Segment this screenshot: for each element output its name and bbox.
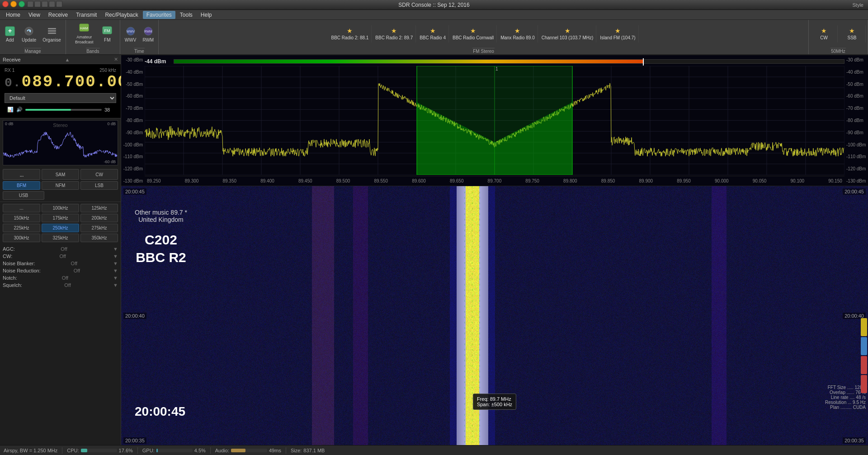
rtab-red2[interactable] <box>861 375 867 393</box>
fav-label-7: Island FM (104.7) <box>600 35 635 41</box>
extra-btn-1[interactable] <box>27 1 33 7</box>
menu-favourites[interactable]: Favourites <box>143 11 175 19</box>
receive-title: Receive <box>3 57 21 62</box>
right-tabs <box>860 317 868 394</box>
rtab-yellow[interactable] <box>861 318 867 336</box>
fav-ssb[interactable]: ★ SSB <box>839 25 866 42</box>
menu-recplayback[interactable]: Rec/Playback <box>101 11 142 19</box>
bw-section: ... 100kHz 125kHz 150kHz 175kHz 200kHz 2… <box>0 202 121 244</box>
receive-collapse-icon[interactable]: ▲ <box>65 57 70 62</box>
freq-90150: 90.150 <box>828 178 842 183</box>
svg-rect-4 <box>48 28 56 29</box>
freq-89450: 89.450 <box>298 178 312 183</box>
minimize-button[interactable] <box>10 1 17 7</box>
mode-lsb-btn[interactable]: LSB <box>80 181 118 190</box>
squelch-label: Squelch: <box>3 282 22 288</box>
rtab-red1[interactable] <box>861 356 867 374</box>
mode-cw-btn[interactable]: CW <box>80 169 118 180</box>
dbm-130-left: -130 dBm <box>121 178 145 183</box>
bw-225k-btn[interactable]: 225kHz <box>3 224 40 232</box>
menu-tools[interactable]: Tools <box>176 11 196 19</box>
bw-325k-btn[interactable]: 325kHz <box>42 234 79 242</box>
menu-receive[interactable]: Receive <box>45 11 71 19</box>
fav-label-2: BBC Radio 2: 89.7 <box>375 35 413 41</box>
nb-arrow[interactable]: ▼ <box>113 261 118 266</box>
bw-200k-btn[interactable]: 200kHz <box>80 214 118 222</box>
bands-section-title: Bands <box>86 48 99 54</box>
fav-cw[interactable]: ★ CW <box>811 25 838 42</box>
status-sep-4 <box>286 447 286 454</box>
menu-view[interactable]: View <box>25 11 44 19</box>
menu-transmit[interactable]: Transmit <box>72 11 100 19</box>
bw-250k-btn[interactable]: 250kHz <box>42 224 79 232</box>
toolbar-add-button[interactable]: + Add <box>2 24 18 44</box>
menu-home[interactable]: Home <box>2 11 24 19</box>
bw-350k-btn[interactable]: 350kHz <box>80 234 118 242</box>
extra-btn-5[interactable] <box>56 1 62 7</box>
notch-status: Notch: Off ▼ <box>3 275 118 281</box>
close-button[interactable] <box>2 1 9 7</box>
fav-ch103[interactable]: ★ Channel 103 (103.7 MHz) <box>539 25 597 42</box>
toolbar-wwv-button[interactable]: WWV WWV <box>122 24 139 44</box>
agc-arrow[interactable]: ▼ <box>113 246 118 252</box>
fav-bbc-r4[interactable]: ★ BBC Radio 4 <box>417 25 449 42</box>
toolbar-rwm-button[interactable]: RWM RWM <box>140 24 156 44</box>
cw-arrow[interactable]: ▼ <box>113 253 118 259</box>
extra-btn-3[interactable] <box>42 1 48 7</box>
profile-select[interactable]: Default <box>5 93 116 103</box>
mode-bfm-btn[interactable]: BFM <box>3 181 40 190</box>
mode-nfm-btn[interactable]: NFM <box>42 181 79 190</box>
bw-175k-btn[interactable]: 175kHz <box>42 214 79 222</box>
fav-bbc-cornwall[interactable]: ★ BBC Radio Cornwall <box>450 25 497 42</box>
fav-label-cw: CW <box>820 35 828 41</box>
bw-dots-btn[interactable]: ... <box>3 204 40 212</box>
bw-300k-btn[interactable]: 300kHz <box>3 234 40 242</box>
fav-island-fm[interactable]: ★ Island FM (104.7) <box>597 25 638 42</box>
dbm-110-left: -110 dBm <box>121 154 145 159</box>
waterfall-canvas[interactable] <box>121 186 868 455</box>
fav-bbc-r2-897[interactable]: ★ BBC Radio 2: 89.7 <box>373 25 416 42</box>
notch-arrow[interactable]: ▼ <box>113 275 118 281</box>
volume-fill <box>25 109 71 111</box>
rx-display: RX 1 250 kHz 0.089.700.000 Default 📊 🔊 3… <box>0 64 121 118</box>
volume-value: 38 <box>104 107 113 113</box>
bw-275k-btn[interactable]: 275kHz <box>80 224 118 232</box>
squelch-arrow[interactable]: ▼ <box>113 282 118 288</box>
toolbar-organise-button[interactable]: Organise <box>40 24 64 44</box>
gpu-value: 4.5% <box>194 448 206 453</box>
rx-number: RX 1 <box>5 68 14 73</box>
dbm-50-right: -50 dBm <box>844 82 868 87</box>
bw-125k-btn[interactable]: 125kHz <box>80 204 118 212</box>
bw-150k-btn[interactable]: 150kHz <box>3 214 40 222</box>
svg-text:FM: FM <box>104 28 110 33</box>
fav-manx[interactable]: ★ Manx Radio 89.0 <box>498 25 538 42</box>
spectrum-display[interactable]: -30 dBm -40 dBm -50 dBm -60 dBm -70 dBm … <box>121 55 868 186</box>
toolbar-time-section: WWV WWV RWM RWM Time <box>120 20 159 54</box>
spectrum-canvas-area[interactable] <box>145 66 844 175</box>
extra-btn-4[interactable] <box>49 1 55 7</box>
nb-label: Noise Blanker: <box>3 261 35 266</box>
cw-status: CW: Off ▼ <box>3 253 118 259</box>
waterfall-display[interactable]: 20:00:45 20:00:45 20:00:40 20:00:40 20:0… <box>121 186 868 455</box>
volume-slider[interactable] <box>25 109 102 111</box>
size-label: Size: <box>291 448 302 453</box>
mode-usb-btn[interactable]: USB <box>3 191 44 200</box>
rtab-blue[interactable] <box>861 337 867 355</box>
mode-dots-btn[interactable]: ... <box>3 169 40 180</box>
receive-close-icon[interactable]: ✕ <box>114 56 118 62</box>
statusbar: Airspy, BW = 1.250 MHz CPU: 17.6% GPU: 4… <box>0 445 868 455</box>
main-spectrum-canvas[interactable] <box>145 66 844 175</box>
nr-arrow[interactable]: ▼ <box>113 268 118 273</box>
toolbar: + Add Update Organise Manage <box>0 20 868 55</box>
extra-btn-2[interactable] <box>34 1 41 7</box>
toolbar-update-button[interactable]: Update <box>19 24 39 44</box>
menu-help[interactable]: Help <box>197 11 216 19</box>
fav-bbc-r2-881[interactable]: ★ BBC Radio 2: 88.1 <box>329 25 372 42</box>
toolbar-amateur-button[interactable]: HAM Amateur Broadcast <box>70 22 98 46</box>
gpu-bar <box>156 449 193 452</box>
bw-100k-btn[interactable]: 100kHz <box>42 204 79 212</box>
maximize-button[interactable] <box>19 1 25 7</box>
mode-sam-btn[interactable]: SAM <box>42 169 79 180</box>
toolbar-fm-button[interactable]: FM FM <box>99 24 115 44</box>
organise-label: Organise <box>42 38 61 42</box>
